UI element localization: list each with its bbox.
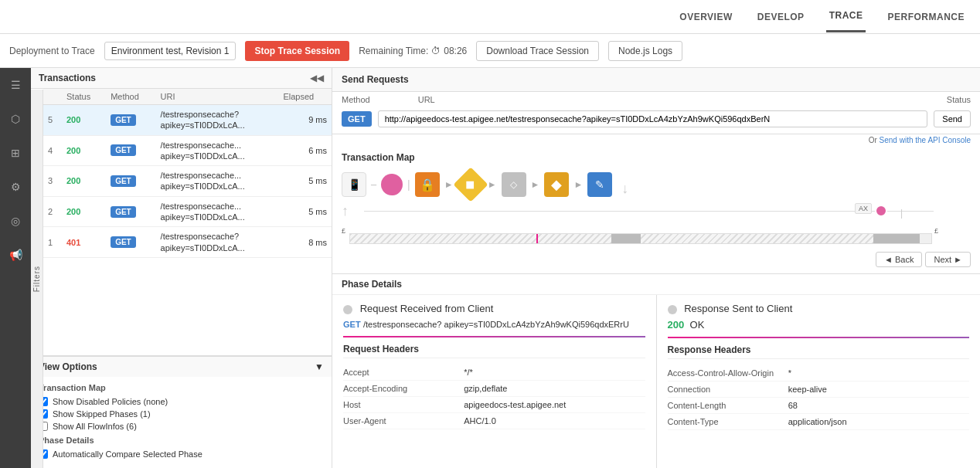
col-status-label: Status [62, 89, 106, 105]
stop-trace-button[interactable]: Stop Trace Session [245, 41, 349, 61]
header-value: 68 [788, 398, 969, 414]
method-label: Method [342, 95, 370, 104]
row-num: 2 [43, 196, 62, 227]
remaining-time: Remaining Time: ⏱ 08:26 [359, 46, 467, 56]
header-key: Access-Control-Allow-Origin [668, 365, 788, 382]
timeline-nav: ◄ Back Next ► [342, 252, 971, 267]
download-trace-button[interactable]: Download Trace Session [476, 41, 599, 61]
nav-trace[interactable]: TRACE [826, 1, 866, 32]
nav-performance[interactable]: PERFORMANCE [884, 2, 968, 32]
send-button[interactable]: Send [934, 110, 971, 127]
phase-divider-left [343, 336, 645, 337]
header-value: application/json [788, 414, 969, 430]
sidebar-icon-6[interactable]: 📢 [5, 244, 26, 266]
transaction-map-section: Transaction Map 📱 ─ | 🔒 ► ◆ ► ◇ ► ◆ [332, 146, 980, 274]
nav-develop[interactable]: DEVELOP [754, 2, 808, 32]
view-options-panel: View Options ▼ Transaction Map Show Disa… [31, 355, 332, 468]
row-method: GET [106, 227, 155, 258]
yellow-diamond2-policy[interactable]: ◆ [544, 172, 569, 197]
method-get-button[interactable]: GET [342, 111, 372, 127]
send-api-console-link[interactable]: Send with the API Console [880, 136, 971, 144]
checkbox-row: Show All FlowInfos (6) [39, 422, 324, 431]
table-row[interactable]: 1 401 GET /testresponsecache? apikey=sTI… [43, 227, 332, 258]
main-layout: ☰ ⬡ ⊞ ⚙ ◎ 📢 Transactions ◀◀ Filters Stat… [0, 68, 980, 468]
send-requests-header: Send Requests [332, 68, 980, 92]
sidebar-icon-5[interactable]: ◎ [5, 210, 26, 232]
table-row[interactable]: 5 200 GET /testresponsecache? apikey=sTI… [43, 105, 332, 136]
checkbox-label: Show Disabled Policies (none) [53, 397, 168, 406]
view-options-title: View Options [39, 361, 97, 372]
phase-left-title: Request Received from Client [343, 303, 645, 314]
row-uri: /testresponsecache? apikey=sTI0DDxLcA... [156, 227, 279, 258]
orange-lock-policy[interactable]: 🔒 [415, 172, 440, 197]
nav-overview[interactable]: OVERVIEW [676, 2, 735, 32]
transactions-table-wrapper: Status Method URI Elapsed 5 200 GET /tes… [43, 89, 332, 355]
back-button[interactable]: ◄ Back [876, 252, 922, 267]
header-row: Connectionkeep-alive [668, 382, 970, 398]
phase-right-status: 200 OK [668, 319, 970, 331]
pink-circle-policy[interactable] [381, 174, 403, 195]
header-key: Host [343, 397, 464, 413]
sidebar-icon-3[interactable]: ⊞ [5, 142, 26, 164]
row-method: GET [106, 135, 155, 166]
blue-edit-policy[interactable]: ✎ [587, 172, 612, 197]
view-options-content: Transaction Map Show Disabled Policies (… [31, 377, 332, 468]
row-uri: /testresponsecache... apikey=sTI0DDxLcA.… [156, 196, 279, 227]
url-label: URL [418, 95, 435, 104]
response-headers-section: Response Headers Access-Control-Allow-Or… [668, 344, 970, 436]
transactions-title: Transactions [39, 73, 96, 83]
table-row[interactable]: 2 200 GET /testresponsecache... apikey=s… [43, 196, 332, 227]
row-uri: /testresponsecache... apikey=sTI0DDxLcA.… [156, 135, 279, 166]
row-method: GET [106, 196, 155, 227]
policy-flow-forward: 📱 ─ | 🔒 ► ◆ ► ◇ ► ◆ ► ✎ ↓ [342, 169, 971, 200]
row-elapsed: 5 ms [278, 166, 332, 197]
transactions-header: Transactions ◀◀ [31, 68, 332, 89]
row-method: GET [106, 105, 155, 136]
phase-left-bullet [343, 305, 352, 314]
header-key: User-Agent [343, 413, 464, 429]
header-row: Accept*/* [343, 365, 645, 381]
gray-diamond-policy[interactable]: ◇ [502, 172, 526, 197]
remaining-value: 08:26 [444, 46, 467, 56]
header-key: Connection [668, 382, 788, 398]
timeline-segment-4 [873, 234, 920, 243]
col-method: Method [106, 89, 155, 105]
sidebar-icon-2[interactable]: ⬡ [5, 108, 26, 130]
checkbox-label: Show All FlowInfos (6) [53, 422, 137, 431]
table-row[interactable]: 4 200 GET /testresponsecache... apikey=s… [43, 135, 332, 166]
yellow-diamond-policy[interactable]: ◆ [453, 167, 488, 202]
header-row: Content-Typeapplication/json [668, 414, 970, 430]
timeline-track [349, 233, 932, 244]
row-status: 200 [62, 135, 106, 166]
collapse-arrow[interactable]: ◀◀ [310, 73, 324, 83]
timeline-segment-1 [350, 234, 611, 243]
row-num: 5 [43, 105, 62, 136]
sidebar-icon-1[interactable]: ☰ [5, 74, 26, 96]
next-button[interactable]: Next ► [925, 252, 971, 267]
arrow-4: ► [573, 179, 583, 190]
header-row: Hostapigeedocs-test.apigee.net [343, 397, 645, 413]
url-input[interactable] [378, 110, 928, 127]
phase-right: Response Sent to Client 200 OK Response … [657, 295, 981, 468]
right-panel: Send Requests Method URL Status GET Send… [332, 68, 980, 468]
table-row[interactable]: 3 200 GET /testresponsecache... apikey=s… [43, 166, 332, 197]
row-elapsed: 6 ms [278, 135, 332, 166]
row-num: 3 [43, 166, 62, 197]
view-options-collapse[interactable]: ▼ [315, 361, 324, 372]
top-navigation: OVERVIEW DEVELOP TRACE PERFORMANCE [0, 0, 980, 34]
row-uri: /testresponsecache... apikey=sTI0DDxLcA.… [156, 166, 279, 197]
phone-icon[interactable]: 📱 [342, 172, 366, 197]
timeline-end-tick: £ [934, 227, 938, 235]
sidebar-icon-4[interactable]: ⚙ [5, 176, 26, 198]
return-pink-dot [875, 205, 887, 217]
phase-details-area: Request Received from Client GET /testre… [332, 295, 980, 468]
arrow-1: ► [444, 179, 454, 190]
request-headers-table: Accept*/*Accept-Encodinggzip,deflateHost… [343, 365, 645, 429]
phase-divider-right [668, 337, 970, 338]
timeline-segment-3 [641, 234, 873, 243]
header-row: User-AgentAHC/1.0 [343, 413, 645, 429]
nodejs-logs-button[interactable]: Node.js Logs [608, 41, 682, 61]
deployment-select[interactable]: Environment test, Revision 1 [104, 42, 236, 60]
pipe-separator: | [407, 178, 410, 191]
view-options-header[interactable]: View Options ▼ [31, 356, 332, 377]
